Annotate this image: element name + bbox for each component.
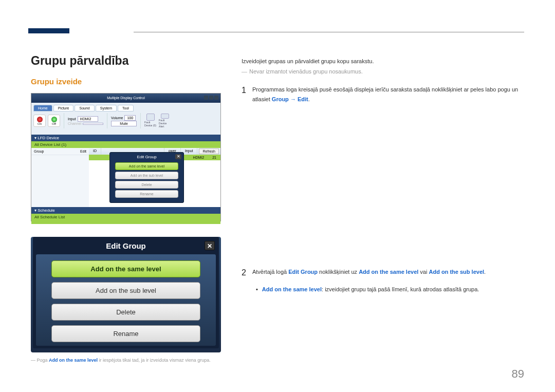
toolbar: Home Picture Sound System Tool On Off In… bbox=[31, 103, 220, 135]
channel-select[interactable] bbox=[83, 123, 103, 125]
delete-button[interactable]: Delete bbox=[51, 304, 200, 321]
page-number: 89 bbox=[512, 367, 524, 381]
window-controls bbox=[204, 96, 218, 100]
page-subtitle: Grupu izveide bbox=[31, 77, 221, 86]
tab-sound[interactable]: Sound bbox=[75, 105, 94, 111]
window-titlebar: Multiple Display Control bbox=[31, 94, 220, 103]
tab-bar: Home Picture Sound System Tool bbox=[33, 105, 218, 111]
page-title: Grupu pārvaldība bbox=[31, 54, 221, 68]
fault-device[interactable]: Fault Device (0) bbox=[144, 114, 157, 128]
note-text: ―Nevar izmantot vienādus grupu nosaukumu… bbox=[242, 67, 524, 77]
window-title: Multiple Display Control bbox=[107, 96, 145, 100]
add-same-level-button[interactable]: Add on the same level bbox=[51, 260, 200, 277]
device-table: ID ower Input Refresh HDMI221 Edit Group… bbox=[89, 148, 220, 207]
volume-value[interactable]: 100 bbox=[124, 115, 136, 121]
input-select[interactable]: HDMI2 bbox=[78, 116, 98, 122]
rename-button[interactable]: Rename bbox=[51, 325, 200, 342]
lfd-section-header[interactable]: ▾ LFD Device bbox=[31, 135, 220, 141]
tab-home[interactable]: Home bbox=[33, 105, 52, 111]
power-on-button[interactable]: On bbox=[33, 115, 46, 127]
footnote: ― Poga Add on the same level ir iespējot… bbox=[31, 358, 221, 363]
header-rule bbox=[134, 32, 524, 32]
close-icon[interactable]: ✕ bbox=[175, 154, 181, 159]
intro-text: Izveidojiet grupas un pārvaldiet grupu k… bbox=[242, 57, 524, 67]
refresh-button[interactable]: Refresh bbox=[199, 148, 219, 154]
channel-label: Channel bbox=[68, 122, 81, 125]
dialog-title: Edit Group bbox=[106, 241, 146, 250]
edit-group-popup-small: Edit Group✕ Add on the same level Add on… bbox=[109, 152, 184, 203]
all-device-list[interactable]: All Device List (1) bbox=[31, 141, 220, 148]
input-label: Input bbox=[68, 117, 76, 121]
th-id: ID bbox=[89, 148, 101, 155]
sidebar-group-row[interactable]: GroupEdit bbox=[31, 148, 89, 155]
power-off-button[interactable]: Off bbox=[48, 115, 60, 127]
right-column: Izveidojiet grupas un pārvaldiet grupu k… bbox=[242, 54, 524, 363]
screenshot-mdc: Multiple Display Control Home Picture So… bbox=[31, 93, 221, 221]
tab-tool[interactable]: Tool bbox=[118, 105, 134, 111]
header-accent bbox=[28, 28, 69, 33]
tab-picture[interactable]: Picture bbox=[53, 105, 74, 111]
schedule-section-header[interactable]: ▾ Schedule bbox=[31, 207, 220, 214]
close-icon[interactable]: ✕ bbox=[205, 241, 215, 250]
rename-button[interactable]: Rename bbox=[115, 190, 178, 198]
fault-device-alert[interactable]: Fault Device Alert bbox=[159, 114, 171, 128]
step-2: 2 Atvērtajā logā Edit Group noklikšķinie… bbox=[242, 266, 524, 281]
all-schedule-list[interactable]: All Schedule List bbox=[31, 214, 220, 224]
add-same-level-button[interactable]: Add on the same level bbox=[115, 162, 178, 170]
screenshot-edit-group: Edit Group ✕ Add on the same level Add o… bbox=[31, 237, 221, 352]
left-column: Grupu pārvaldība Grupu izveide Multiple … bbox=[31, 54, 221, 363]
popup-title: Edit Group bbox=[137, 155, 156, 159]
add-sub-level-button[interactable]: Add on the sub level bbox=[51, 282, 200, 299]
tab-system[interactable]: System bbox=[96, 105, 117, 111]
delete-button[interactable]: Delete bbox=[115, 181, 178, 189]
sidebar: GroupEdit bbox=[31, 148, 89, 207]
volume-label: Volume bbox=[111, 116, 123, 120]
pin-icon bbox=[38, 242, 45, 249]
add-sub-level-button[interactable]: Add on the sub level bbox=[115, 172, 178, 179]
bullet-same-level: • Add on the same level: izveidojiet gru… bbox=[256, 285, 524, 295]
mute-button[interactable]: Mute bbox=[111, 121, 137, 126]
step-1: 1 Programmas loga kreisajā pusē esošajā … bbox=[242, 83, 524, 105]
